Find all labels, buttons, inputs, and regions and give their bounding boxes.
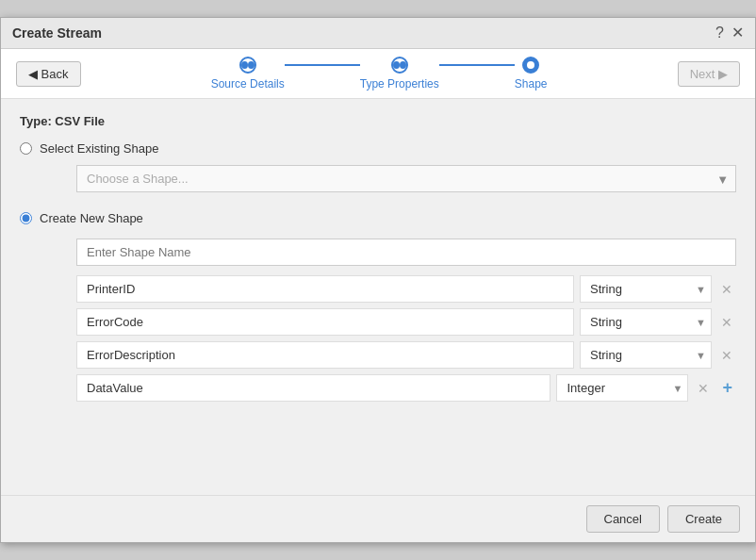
step-label-shape: Shape: [515, 77, 548, 91]
field-type-select-3[interactable]: String Integer Boolean Double: [556, 374, 688, 402]
close-button[interactable]: ✕: [731, 25, 744, 41]
shape-name-input[interactable]: [76, 239, 736, 266]
radio-new[interactable]: [20, 212, 32, 224]
table-row: String Integer Boolean Double ▼ ✕: [76, 275, 736, 303]
fields-table: String Integer Boolean Double ▼ ✕ String…: [76, 275, 736, 402]
label-existing: Select Existing Shape: [40, 141, 158, 156]
step-circle-type-properties: [391, 57, 408, 74]
step-label-type-properties: Type Properties: [360, 77, 439, 91]
label-new: Create New Shape: [40, 211, 143, 225]
connector-2: [439, 64, 515, 66]
field-name-2[interactable]: [76, 341, 574, 369]
dialog-footer: Cancel Create: [1, 495, 755, 542]
step-shape: Shape: [515, 57, 548, 91]
table-row: String Integer Boolean Double ▼ ✕: [76, 341, 736, 369]
wizard-center: Source Details Type Properties Shape: [81, 57, 678, 91]
step-circle-shape: [522, 57, 539, 74]
wizard-bar: ◀ Back Source Details Type Properties: [1, 49, 755, 99]
field-type-wrapper-2: String Integer Boolean Double ▼: [580, 341, 712, 369]
table-row: String Integer Boolean Double ▼ ✕: [76, 308, 736, 336]
cancel-button[interactable]: Cancel: [586, 505, 660, 533]
wizard-right: Next ▶: [678, 61, 740, 87]
radio-item-existing: Select Existing Shape: [20, 141, 736, 156]
field-remove-button-1[interactable]: ✕: [717, 313, 736, 332]
field-add-button[interactable]: +: [718, 376, 736, 400]
shape-select-wrapper: Choose a Shape... ▼: [76, 165, 736, 192]
step-circle-source-details: [239, 57, 256, 74]
field-type-select-0[interactable]: String Integer Boolean Double: [580, 275, 712, 303]
field-type-select-2[interactable]: String Integer Boolean Double: [580, 341, 712, 369]
dialog-title: Create Stream: [12, 25, 102, 41]
type-label: Type: CSV File: [20, 114, 736, 128]
create-button[interactable]: Create: [667, 505, 740, 533]
shape-select[interactable]: Choose a Shape...: [76, 165, 736, 192]
wizard-left: ◀ Back: [16, 61, 81, 87]
connector-1: [285, 64, 360, 66]
step-source-details: Source Details: [211, 57, 285, 91]
field-name-3[interactable]: [76, 374, 551, 402]
field-type-wrapper-3: String Integer Boolean Double ▼: [556, 374, 688, 402]
create-stream-dialog: Create Stream ? ✕ ◀ Back Source Details: [0, 17, 756, 543]
wizard-bar-inner: ◀ Back Source Details Type Properties: [16, 57, 740, 91]
field-remove-button-3[interactable]: ✕: [694, 379, 713, 398]
radio-item-new: Create New Shape: [20, 211, 736, 225]
field-remove-button-0[interactable]: ✕: [717, 280, 736, 299]
next-button[interactable]: Next ▶: [678, 61, 740, 87]
field-type-wrapper-1: String Integer Boolean Double ▼: [580, 308, 712, 336]
dialog-content: Type: CSV File Select Existing Shape Cho…: [1, 99, 755, 495]
field-name-0[interactable]: [76, 275, 574, 303]
header-icons: ? ✕: [715, 25, 744, 41]
step-label-source-details: Source Details: [211, 77, 285, 91]
dialog-header: Create Stream ? ✕: [1, 18, 755, 49]
field-remove-button-2[interactable]: ✕: [717, 346, 736, 365]
field-name-1[interactable]: [76, 308, 574, 336]
radio-existing[interactable]: [20, 142, 32, 155]
field-type-wrapper-0: String Integer Boolean Double ▼: [580, 275, 712, 303]
back-button[interactable]: ◀ Back: [16, 61, 81, 87]
help-button[interactable]: ?: [715, 25, 724, 41]
radio-group: Select Existing Shape Choose a Shape... …: [20, 141, 736, 225]
table-row: String Integer Boolean Double ▼ ✕ +: [76, 374, 736, 402]
step-type-properties: Type Properties: [360, 57, 439, 91]
field-type-select-1[interactable]: String Integer Boolean Double: [580, 308, 712, 336]
